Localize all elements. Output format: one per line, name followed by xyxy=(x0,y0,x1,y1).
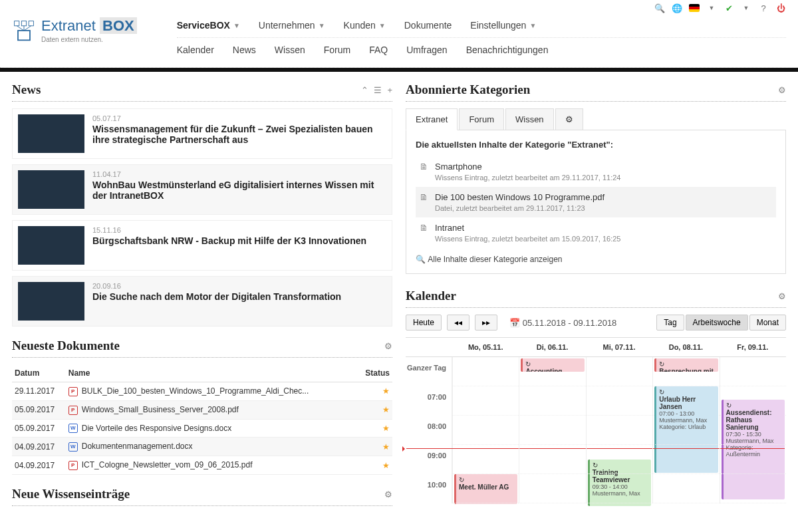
cal-cell[interactable]: ↻ Meet. Müller AG xyxy=(452,386,519,416)
cal-allday-label: Ganzer Tag xyxy=(406,357,452,386)
cal-allday-cell[interactable]: ↻ Accounting xyxy=(519,357,585,386)
cal-today-button[interactable]: Heute xyxy=(406,315,442,331)
cal-next-button[interactable]: ▸▸ xyxy=(475,315,497,331)
cal-allday-cell[interactable] xyxy=(720,357,786,386)
cal-cell[interactable] xyxy=(452,445,519,474)
cal-cell[interactable] xyxy=(452,474,519,503)
cal-view-month[interactable]: Monat xyxy=(749,315,786,331)
cal-cell[interactable] xyxy=(720,445,786,474)
news-date: 05.07.17 xyxy=(92,114,386,122)
cat-tab-settings[interactable]: ⚙ xyxy=(555,108,583,130)
news-date: 11.04.17 xyxy=(92,170,386,178)
docs-panel-title: Neueste Dokumente xyxy=(12,338,120,353)
cal-cell[interactable] xyxy=(519,445,585,474)
file-icon: 🗎 xyxy=(420,223,428,243)
cal-cell[interactable]: ↻ Training Teamviewer09:30 - 14:00 Muste… xyxy=(586,386,652,416)
nav-secondary-6[interactable]: Benachrichtigungen xyxy=(466,45,549,55)
cal-cell[interactable] xyxy=(586,416,652,445)
nav-secondary-3[interactable]: Forum xyxy=(324,45,350,55)
search-icon[interactable]: 🔍 xyxy=(654,3,665,13)
cal-cell[interactable] xyxy=(586,445,652,474)
cal-cell[interactable] xyxy=(652,474,719,503)
nav-secondary-5[interactable]: Umfragen xyxy=(406,45,447,55)
cal-cell[interactable] xyxy=(519,416,585,445)
gear-icon[interactable]: ⚙ xyxy=(778,291,786,301)
gear-icon[interactable]: ⚙ xyxy=(384,341,392,351)
cal-cell[interactable] xyxy=(720,474,786,503)
nav-secondary-0[interactable]: Kalender xyxy=(177,45,214,55)
cal-cell[interactable] xyxy=(452,416,519,445)
cal-hour-label: 07:00 xyxy=(406,386,452,416)
cal-day-head: Mo, 05.11. xyxy=(452,338,519,357)
cal-allday-event[interactable]: ↻ Accounting xyxy=(521,358,584,372)
cal-allday-cell[interactable] xyxy=(452,357,519,386)
cal-cell[interactable] xyxy=(586,474,652,503)
nav-primary-1[interactable]: Unternehmen▼ xyxy=(259,20,325,31)
help-icon[interactable]: ? xyxy=(758,3,769,13)
star-icon: ★ xyxy=(382,386,390,396)
cal-allday-cell[interactable]: ↻ Besprechung mit xyxy=(652,357,719,386)
cal-prev-button[interactable]: ◂◂ xyxy=(447,315,469,331)
caret-down-icon[interactable]: ▼ xyxy=(706,3,717,13)
cal-allday-cell[interactable] xyxy=(586,357,652,386)
list-icon[interactable]: ☰ xyxy=(374,85,382,95)
news-item[interactable]: 05.07.17Wissensmanagement für die Zukunf… xyxy=(12,108,392,159)
cat-tab[interactable]: Extranet xyxy=(406,108,458,130)
logo[interactable]: Extranet BOX Daten extern nutzen. xyxy=(12,13,137,43)
news-thumb xyxy=(18,226,84,265)
cal-view-day[interactable]: Tag xyxy=(656,315,684,331)
news-date: 20.09.16 xyxy=(92,282,341,290)
nav-secondary-4[interactable]: FAQ xyxy=(369,45,388,55)
brand-name-b: BOX xyxy=(100,17,137,34)
doc-icon: W xyxy=(68,442,78,452)
doc-row[interactable]: 04.09.2017WDokumentenmanagement.docx★ xyxy=(12,438,392,456)
file-icon: 🗎 xyxy=(420,162,428,182)
cats-more-link[interactable]: 🔍 Alle Inhalte dieser Kategorie anzeigen xyxy=(416,255,776,264)
cal-cell[interactable] xyxy=(652,416,719,445)
cal-allday-event[interactable]: ↻ Besprechung mit xyxy=(654,358,718,372)
pdf-icon: P xyxy=(68,387,78,396)
cat-tab[interactable]: Wissen xyxy=(505,108,554,130)
cal-cell[interactable] xyxy=(720,416,786,445)
docs-col-status: Status xyxy=(357,364,392,382)
news-item[interactable]: 20.09.16Die Suche nach dem Motor der Dig… xyxy=(12,276,392,327)
cat-tab[interactable]: Forum xyxy=(459,108,504,130)
nav-secondary-2[interactable]: Wissen xyxy=(275,45,305,55)
cat-item[interactable]: 🗎Die 100 besten Windows 10 Programme.pdf… xyxy=(416,187,776,217)
doc-row[interactable]: 05.09.2017PWindows_Small_Business_Server… xyxy=(12,400,392,419)
cal-day-head: Do, 08.11. xyxy=(652,338,719,357)
nav-primary-0[interactable]: ServiceBOX▼ xyxy=(177,20,240,31)
svg-rect-2 xyxy=(29,21,33,25)
cat-item[interactable]: 🗎IntranetWissens Eintrag, zuletzt bearbe… xyxy=(416,217,776,248)
nav-primary-3[interactable]: Dokumente xyxy=(404,20,452,31)
caret-down-icon[interactable]: ▼ xyxy=(741,3,751,13)
globe-icon[interactable]: 🌐 xyxy=(672,3,682,13)
news-thumb xyxy=(18,170,84,209)
cal-view-week[interactable]: Arbeitswoche xyxy=(686,315,748,331)
power-icon[interactable]: ⏻ xyxy=(775,3,786,13)
add-icon[interactable]: + xyxy=(387,85,392,95)
svg-line-6 xyxy=(24,25,31,30)
doc-row[interactable]: 05.09.2017WDie Vorteile des Responsive D… xyxy=(12,419,392,438)
star-icon: ★ xyxy=(382,405,390,414)
cat-item[interactable]: 🗎SmartphoneWissens Eintrag, zuletzt bear… xyxy=(416,156,776,187)
nav-primary-4[interactable]: Einstellungen▼ xyxy=(470,20,536,31)
cal-cell[interactable]: ↻ Urlaub Herr Jansen07:00 - 13:00 Muster… xyxy=(652,386,719,416)
news-item[interactable]: 11.04.17WohnBau Westmünsterland eG digit… xyxy=(12,164,392,215)
collapse-icon[interactable]: ⌃ xyxy=(361,85,368,95)
gear-icon[interactable]: ⚙ xyxy=(384,489,392,499)
news-item[interactable]: 15.11.16Bürgschaftsbank NRW - Backup mit… xyxy=(12,220,392,271)
status-ok-icon[interactable]: ✔ xyxy=(724,3,734,13)
cal-cell[interactable] xyxy=(519,386,585,416)
cal-range: 05.11.2018 - 09.11.2018 xyxy=(523,318,617,328)
cal-cell[interactable] xyxy=(519,474,585,503)
doc-row[interactable]: 29.11.2017PBULK_Die_100_besten_Windows_1… xyxy=(12,382,392,401)
cal-cell[interactable]: ↻ Aussendienst: Rathaus Sanierung07:30 -… xyxy=(720,386,786,416)
cal-cell[interactable] xyxy=(652,445,719,474)
doc-row[interactable]: 04.09.2017PICT_Cologne_Newsletter_vom_09… xyxy=(12,456,392,475)
docs-col-date: Datum xyxy=(12,364,66,382)
nav-secondary-1[interactable]: News xyxy=(233,45,256,55)
nav-primary-2[interactable]: Kunden▼ xyxy=(344,20,386,31)
flag-de-icon[interactable] xyxy=(689,4,700,12)
gear-icon[interactable]: ⚙ xyxy=(778,85,786,95)
